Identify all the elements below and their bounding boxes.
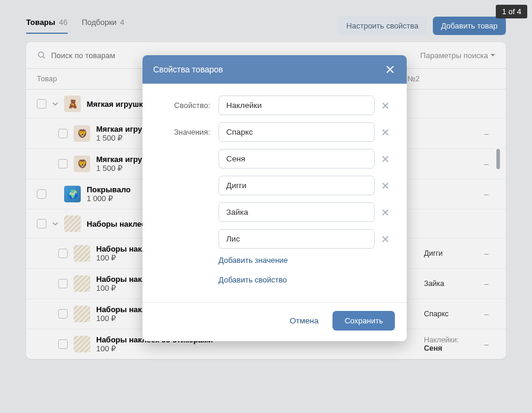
- cancel-button[interactable]: Отмена: [284, 312, 324, 330]
- clear-icon[interactable]: [381, 101, 390, 110]
- product-thumb: [74, 306, 90, 322]
- value-input[interactable]: [218, 229, 375, 249]
- prop2-cell: –: [477, 249, 495, 258]
- modal-body: Свойство: Значения:: [142, 84, 407, 302]
- product-thumb: 🌍: [64, 186, 81, 202]
- prop1-cell: Наклейки: Сеня: [424, 336, 471, 352]
- value-input-wrap: [218, 176, 390, 195]
- prop2-cell: –: [477, 129, 495, 138]
- checkbox[interactable]: [37, 189, 46, 199]
- property-input-wrap: [218, 96, 390, 115]
- product-thumb: [74, 336, 90, 352]
- close-icon[interactable]: [384, 63, 396, 75]
- prop1-cell: Дигги: [424, 249, 471, 258]
- search-parameters-label: Параметры поиска: [420, 51, 488, 60]
- tab-products[interactable]: Товары 46: [26, 18, 68, 34]
- clear-icon[interactable]: [381, 181, 390, 190]
- search-icon: [37, 50, 46, 60]
- prop2-cell: –: [477, 310, 495, 319]
- clear-icon[interactable]: [381, 208, 390, 217]
- property-row: Свойство:: [159, 96, 390, 115]
- add-value-link[interactable]: Добавить значение: [218, 256, 288, 265]
- prop2-cell: –: [477, 160, 495, 169]
- expand-toggle[interactable]: [52, 221, 58, 227]
- checkbox[interactable]: [58, 159, 68, 169]
- modal-footer: Отмена Сохранить: [142, 302, 407, 341]
- prop2-cell: –: [477, 190, 495, 199]
- product-thumb: 🦁: [74, 125, 90, 142]
- product-thumb: [74, 245, 90, 262]
- value-input-wrap: [218, 229, 390, 249]
- property-label: Свойство:: [159, 101, 210, 110]
- value-row: [159, 176, 390, 195]
- value-row: Значения:: [159, 122, 390, 142]
- header-row: Товары 46 Подборки 4 Настроить свойства …: [26, 17, 506, 35]
- product-thumb: [64, 215, 81, 232]
- modal-header: Свойства товаров: [142, 55, 407, 84]
- property-input[interactable]: [218, 96, 375, 115]
- product-thumb: 🦁: [74, 155, 90, 172]
- checkbox[interactable]: [58, 309, 68, 319]
- svg-line-1: [43, 56, 45, 58]
- prop1-value: Сеня: [424, 344, 442, 352]
- value-input-wrap: [218, 149, 390, 169]
- clear-icon[interactable]: [381, 234, 390, 244]
- prop2-cell: –: [477, 279, 495, 288]
- add-product-button[interactable]: Добавить товар: [433, 17, 506, 35]
- value-input[interactable]: [218, 122, 375, 142]
- checkbox[interactable]: [37, 99, 46, 109]
- add-property-row: Добавить свойство: [218, 275, 390, 284]
- scrollbar-thumb[interactable]: [496, 149, 500, 169]
- tab-products-label: Товары: [26, 18, 55, 27]
- value-input[interactable]: [218, 176, 375, 195]
- values-label: Значения:: [159, 128, 210, 136]
- value-input-wrap: [218, 122, 390, 142]
- tab-selections[interactable]: Подборки 4: [82, 18, 125, 34]
- tab-selections-count: 4: [120, 18, 124, 27]
- svg-point-0: [39, 52, 44, 58]
- prop1-prefix: Наклейки:: [424, 336, 459, 344]
- product-thumb: 🧸: [64, 96, 81, 112]
- checkbox[interactable]: [58, 279, 68, 288]
- prop2-cell: –: [477, 340, 495, 349]
- header-buttons: Настроить свойства Добавить товар: [338, 17, 506, 35]
- search-parameters[interactable]: Параметры поиска: [420, 51, 495, 60]
- value-input-wrap: [218, 202, 390, 222]
- add-value-row: Добавить значение: [218, 256, 390, 265]
- value-input[interactable]: [218, 202, 375, 222]
- value-row: [159, 202, 390, 222]
- tab-products-count: 46: [59, 18, 67, 27]
- tabs: Товары 46 Подборки 4: [26, 18, 125, 34]
- clear-icon[interactable]: [381, 154, 390, 164]
- prop1-cell: Спаркс: [424, 310, 471, 318]
- clear-icon[interactable]: [381, 128, 390, 137]
- modal-title: Свойства товаров: [153, 65, 223, 74]
- slide-counter: 1 of 4: [496, 5, 527, 18]
- configure-properties-button[interactable]: Настроить свойства: [338, 17, 426, 35]
- checkbox[interactable]: [58, 249, 68, 258]
- item-price: 100 ₽: [96, 344, 418, 353]
- value-row: [159, 149, 390, 169]
- product-thumb: [74, 275, 90, 292]
- value-row: [159, 229, 390, 249]
- chevron-down-icon: [490, 54, 495, 56]
- save-button[interactable]: Сохранить: [332, 311, 395, 331]
- add-property-link[interactable]: Добавить свойство: [218, 275, 287, 284]
- checkbox[interactable]: [58, 129, 68, 138]
- checkbox[interactable]: [58, 339, 68, 349]
- checkbox[interactable]: [37, 219, 46, 228]
- scrollbar-track[interactable]: [496, 129, 500, 384]
- tab-selections-label: Подборки: [82, 18, 117, 27]
- value-input[interactable]: [218, 149, 375, 169]
- expand-toggle[interactable]: [52, 101, 58, 107]
- prop1-cell: Зайка: [424, 279, 471, 288]
- properties-modal: Свойства товаров Свойство: Значения:: [142, 55, 407, 341]
